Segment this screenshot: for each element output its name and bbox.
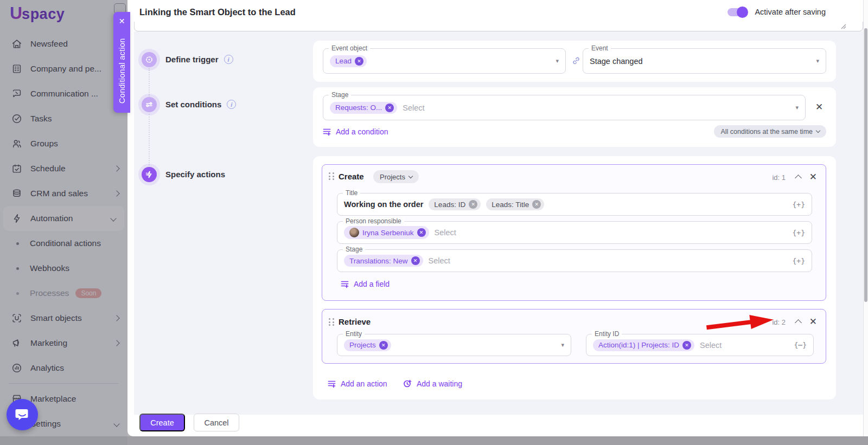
dropdown-caret-icon[interactable]: ▾ [795, 104, 799, 111]
remove-retrieve-card-button[interactable]: ✕ [809, 317, 817, 326]
chip-label: Iryna Serbeniuk [362, 229, 414, 237]
insert-variable-icon[interactable]: {+} [793, 229, 805, 237]
page-bottom-edge [0, 436, 868, 445]
collapse-card-icon[interactable] [795, 175, 802, 182]
dropdown-caret-icon[interactable]: ▾ [556, 57, 559, 65]
chip-close-icon[interactable]: ✕ [385, 104, 394, 112]
chevron-down-icon [816, 128, 820, 133]
add-action-link[interactable]: Add an action [328, 379, 387, 388]
cancel-button[interactable]: Cancel [194, 414, 239, 431]
close-icon[interactable]: ✕ [113, 17, 130, 25]
dropdown-caret-icon[interactable]: ▾ [816, 57, 819, 65]
chip-close-icon[interactable]: ✕ [532, 200, 541, 209]
leads-title-chip[interactable]: Leads: Title ✕ [486, 198, 544, 210]
insert-variable-icon[interactable]: {⋯} [794, 341, 807, 349]
avatar [349, 228, 359, 237]
annotation-arrow [704, 311, 776, 334]
event-label: Event [589, 44, 611, 52]
chip-label: Projects [349, 341, 376, 349]
activate-toggle[interactable]: Activate after saving [727, 8, 826, 16]
modal-scrollbar[interactable] [863, 0, 868, 436]
chip-close-icon[interactable]: ✕ [355, 57, 363, 66]
title-field-text: Working on the order [344, 200, 423, 209]
modal-content: Define trigger i Set conditions i Specif… [134, 31, 863, 415]
chip-close-icon[interactable]: ✕ [417, 228, 426, 237]
insert-variable-icon[interactable]: {+} [793, 201, 805, 209]
chip-label: Translations: New [349, 257, 408, 265]
set-conditions-step-icon [142, 97, 157, 112]
chip-label: Lead [335, 57, 352, 65]
drag-handle-icon[interactable] [329, 172, 335, 180]
define-trigger-step-icon [142, 52, 157, 67]
list-plus-icon [341, 280, 349, 288]
step-connector [149, 68, 150, 96]
stage-chip[interactable]: Translations: New ✕ [344, 255, 423, 267]
conditional-action-tab[interactable]: ✕ Conditional action [113, 12, 130, 113]
remove-condition-button[interactable]: ✕ [815, 102, 823, 112]
chip-label: Action(id:1) | Projects: ID [598, 341, 679, 349]
add-condition-link[interactable]: Add a condition [323, 127, 388, 136]
drag-handle-icon[interactable] [329, 318, 335, 326]
info-icon[interactable]: i [227, 100, 236, 109]
scrollbar-thumb[interactable] [864, 28, 867, 302]
name-textarea-bottom[interactable] [134, 22, 863, 31]
create-card-title: Create [339, 172, 364, 181]
dropdown-caret-icon[interactable]: ▾ [561, 341, 564, 349]
add-field-link[interactable]: Add a field [341, 280, 390, 288]
clock-plus-icon [403, 379, 412, 388]
conditions-mode-label: All conditions at the same time [720, 128, 813, 136]
condition-stage-field[interactable]: Stage Requests: O... ✕ Select ▾ [323, 95, 806, 120]
person-responsible-label: Person responsible [343, 217, 404, 225]
list-plus-icon [323, 128, 331, 136]
toggle-label: Activate after saving [755, 8, 826, 16]
condition-stage-chip[interactable]: Requests: O... ✕ [330, 102, 397, 114]
leads-id-chip[interactable]: Leads: ID ✕ [429, 198, 481, 210]
create-title-field[interactable]: Title Working on the order Leads: ID ✕ L… [337, 193, 812, 216]
resize-grip-icon[interactable] [841, 24, 846, 29]
actions-panel: Create Projects id: 1 ✕ Title Working on… [313, 156, 836, 399]
chip-label: Leads: Title [492, 201, 529, 209]
stage-field-label: Stage [343, 246, 365, 253]
retrieve-entity-field[interactable]: Entity Projects ✕ ▾ [337, 334, 571, 356]
add-action-label: Add an action [341, 379, 387, 388]
entity-chip[interactable]: Projects ✕ [344, 339, 391, 351]
entity-field-label: Entity [343, 330, 365, 338]
chip-label: Requests: O... [335, 104, 382, 112]
tab-label: Conditional action [113, 31, 130, 111]
chevron-down-icon [409, 173, 413, 178]
chat-bubble-icon [14, 407, 30, 423]
create-action-card: Create Projects id: 1 ✕ Title Working on… [322, 164, 826, 301]
select-placeholder: Select [700, 341, 722, 350]
chip-close-icon[interactable]: ✕ [411, 256, 420, 265]
event-field[interactable]: Event Stage changed ▾ [583, 48, 826, 74]
toggle-switch[interactable] [727, 8, 747, 16]
insert-variable-icon[interactable]: {+} [793, 257, 805, 265]
select-placeholder: Select [435, 228, 456, 237]
link-icon [571, 56, 581, 66]
info-icon[interactable]: i [224, 55, 233, 64]
conditions-mode-dropdown[interactable]: All conditions at the same time [714, 125, 826, 138]
event-object-field[interactable]: Event object Lead ✕ ▾ [323, 48, 566, 74]
select-placeholder: Select [403, 104, 424, 112]
add-waiting-label: Add a waiting [417, 379, 462, 388]
chat-launcher-button[interactable] [7, 399, 38, 430]
event-object-chip[interactable]: Lead ✕ [330, 55, 367, 67]
chip-close-icon[interactable]: ✕ [469, 200, 477, 209]
add-waiting-link[interactable]: Add a waiting [403, 379, 462, 388]
chip-close-icon[interactable]: ✕ [379, 341, 388, 350]
create-button[interactable]: Create [139, 414, 185, 431]
entity-id-chip[interactable]: Action(id:1) | Projects: ID ✕ [593, 339, 694, 351]
specify-actions-step-icon [142, 167, 157, 182]
list-plus-icon [328, 380, 336, 388]
remove-create-card-button[interactable]: ✕ [809, 172, 817, 182]
retrieve-entity-id-field[interactable]: Entity ID Action(id:1) | Projects: ID ✕ … [586, 334, 814, 356]
collapse-card-icon[interactable] [795, 319, 802, 326]
title-field-label: Title [343, 189, 360, 197]
chip-label: Leads: ID [434, 201, 465, 209]
person-chip[interactable]: Iryna Serbeniuk ✕ [344, 226, 429, 239]
chip-close-icon[interactable]: ✕ [682, 341, 691, 350]
create-entity-dropdown[interactable]: Projects [373, 170, 419, 183]
toggle-knob [737, 7, 748, 18]
person-responsible-field[interactable]: Person responsible Iryna Serbeniuk ✕ Sel… [337, 221, 812, 244]
create-stage-field[interactable]: Stage Translations: New ✕ Select {+} [337, 249, 812, 272]
